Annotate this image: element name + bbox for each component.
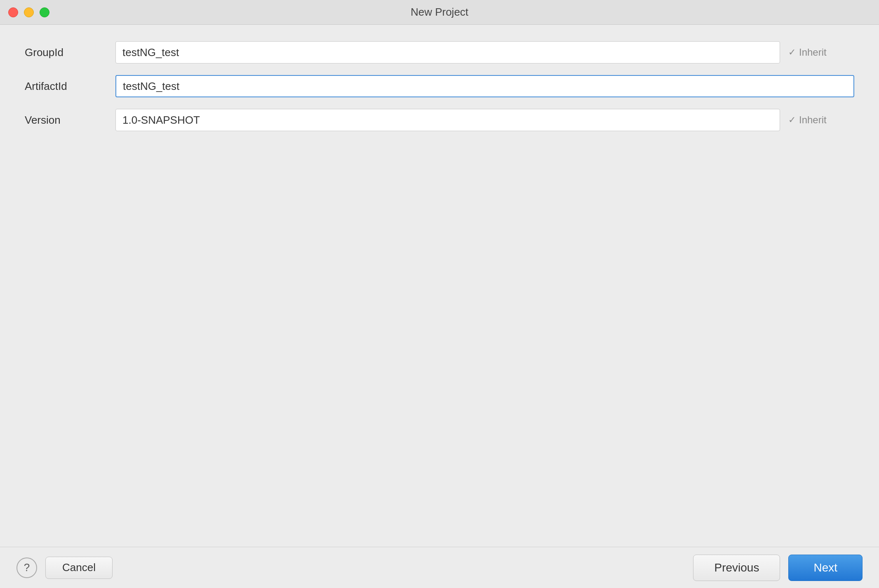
group-id-row: GroupId ✓ Inherit — [25, 41, 854, 64]
maximize-button[interactable] — [40, 7, 49, 17]
title-bar: New Project — [0, 0, 879, 25]
cancel-button[interactable]: Cancel — [45, 557, 113, 579]
artifact-id-row: ArtifactId — [25, 75, 854, 97]
window-title: New Project — [411, 6, 468, 19]
main-content: GroupId ✓ Inherit ArtifactId Version ✓ I… — [0, 25, 879, 131]
group-id-inherit: ✓ Inherit — [788, 47, 854, 58]
group-id-input[interactable] — [115, 41, 780, 64]
bottom-bar: ? Cancel Previous Next — [0, 547, 879, 588]
group-id-label: GroupId — [25, 46, 115, 59]
version-inherit: ✓ Inherit — [788, 114, 854, 126]
traffic-lights — [8, 7, 49, 17]
version-inherit-label: Inherit — [799, 114, 827, 126]
version-row: Version ✓ Inherit — [25, 109, 854, 131]
version-input[interactable] — [115, 109, 780, 131]
previous-button[interactable]: Previous — [693, 555, 780, 581]
artifact-id-input[interactable] — [115, 75, 854, 97]
close-button[interactable] — [8, 7, 18, 17]
group-id-inherit-check-icon: ✓ — [788, 47, 796, 58]
version-inherit-check-icon: ✓ — [788, 115, 796, 125]
bottom-left-actions: ? Cancel — [16, 557, 113, 579]
help-button[interactable]: ? — [16, 557, 37, 578]
bottom-right-actions: Previous Next — [693, 555, 863, 581]
next-button[interactable]: Next — [788, 555, 863, 581]
version-label: Version — [25, 114, 115, 127]
minimize-button[interactable] — [24, 7, 34, 17]
group-id-inherit-label: Inherit — [799, 47, 827, 58]
artifact-id-label: ArtifactId — [25, 80, 115, 93]
